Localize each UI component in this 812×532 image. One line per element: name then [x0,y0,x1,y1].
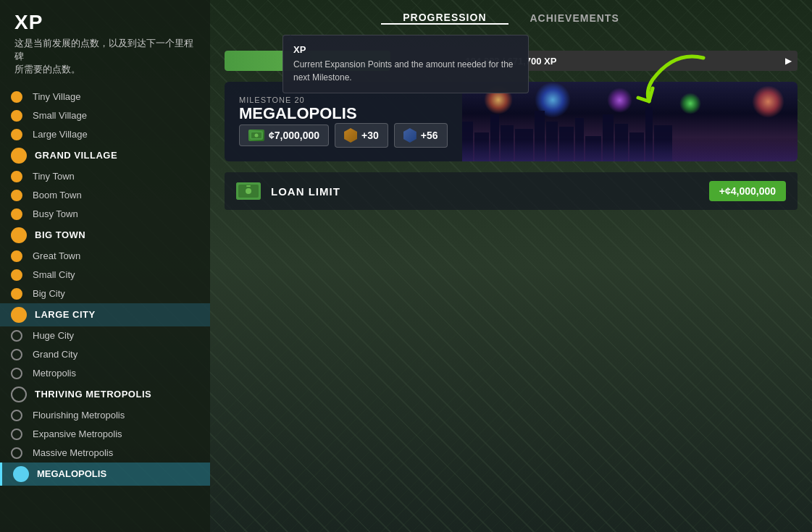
label-tiny-village: Tiny Village [33,91,80,102]
hex-blue-icon [403,128,417,143]
dot-expansive-metropolis [11,428,22,440]
dot-huge-city [11,330,22,342]
reward-cash-button[interactable]: ¢7,000,000 [239,124,329,146]
milestone-item-big-city[interactable]: Big City [0,284,210,303]
milestone-card-left: MILESTONE 20 MEGALOPOLIS ¢7,000,000 +30 [225,82,462,161]
milestone-item-small-city[interactable]: Small City [0,266,210,284]
milestone-item-large-village[interactable]: Large Village [0,125,210,144]
label-small-city: Small City [33,269,75,280]
tooltip-title: XP [293,44,518,55]
loan-limit-row: LOAN LIMIT +¢4,000,000 [225,172,798,210]
sidebar: XP 这是当前发展的点数，以及到达下一个里程碑 所需要的点数。 Tiny Vil… [0,0,210,532]
milestone-item-big-town[interactable]: BIG TOWN [0,224,210,247]
dot-megalopolis [13,466,29,482]
dot-large-village [11,129,22,140]
loan-value: +¢4,000,000 [709,181,786,201]
milestone-item-busy-town[interactable]: Busy Town [0,205,210,224]
tab-achievements[interactable]: ACHIEVEMENTS [508,12,641,24]
dot-grand-village [11,148,27,164]
milestone-item-grand-city[interactable]: Grand City [0,345,210,364]
dot-big-town [11,227,27,243]
xp-subtitle: 这是当前发展的点数，以及到达下一个里程碑 所需要的点数。 [14,37,196,77]
reward-xp2-value: +56 [421,130,438,141]
milestone-item-megalopolis[interactable]: MEGALOPOLIS [0,463,210,486]
top-nav: PROGRESSION ACHIEVEMENTS [210,0,812,36]
city-glow [462,140,798,161]
label-busy-town: Busy Town [33,208,78,219]
milestone-name: MEGALOPOLIS [239,104,448,123]
milestone-rewards: ¢7,000,000 +30 +56 [239,123,448,148]
label-grand-village: GRAND VILLAGE [35,150,117,161]
label-great-town: Great Town [33,250,80,261]
milestone-item-boom-town[interactable]: Boom Town [0,186,210,205]
label-thriving-metropolis: THRIVING METROPOLIS [35,389,151,400]
dot-boom-town [11,190,22,201]
loan-label: LOAN LIMIT [271,185,699,198]
label-metropolis: Metropolis [33,368,76,379]
xp-title: XP [14,11,196,34]
milestone-item-tiny-town[interactable]: Tiny Town [0,167,210,186]
label-boom-town: Boom Town [33,190,82,200]
svg-point-5 [246,188,251,194]
dot-tiny-town [11,171,22,182]
label-big-city: Big City [33,288,65,299]
milestone-item-metropolis[interactable]: Metropolis [0,364,210,383]
label-huge-city: Huge City [33,330,74,341]
dot-thriving-metropolis [11,387,27,402]
dot-tiny-village [11,91,22,103]
progress-arrow-icon: ▶ [785,56,792,66]
label-large-village: Large Village [33,129,88,140]
milestone-list: Tiny Village Small Village Large Village… [0,84,210,489]
tab-progression[interactable]: PROGRESSION [381,12,508,25]
label-expansive-metropolis: Expansive Metropolis [33,428,122,439]
dot-small-village [11,110,22,122]
dot-great-town [11,250,22,262]
reward-cash-value: ¢7,000,000 [269,130,319,141]
reward-xp2-button[interactable]: +56 [394,123,448,148]
dot-massive-metropolis [11,447,22,459]
label-large-city: LARGE CITY [35,309,96,320]
milestone-item-huge-city[interactable]: Huge City [0,326,210,345]
label-grand-city: Grand City [33,349,78,360]
xp-header[interactable]: XP 这是当前发展的点数，以及到达下一个里程碑 所需要的点数。 [0,0,210,84]
label-tiny-town: Tiny Town [33,171,75,182]
milestone-item-great-town[interactable]: Great Town [0,247,210,266]
tooltip-body: Current Expansion Points and the amount … [293,58,518,84]
dot-busy-town [11,208,22,220]
milestone-item-thriving-metropolis[interactable]: THRIVING METROPOLIS [0,383,210,406]
milestone-item-flourishing-metropolis[interactable]: Flourishing Metropolis [0,406,210,425]
milestone-item-small-village[interactable]: Small Village [0,106,210,125]
firework-5 [752,85,784,118]
milestone-item-expansive-metropolis[interactable]: Expansive Metropolis [0,425,210,444]
reward-xp1-value: +30 [361,130,379,141]
loan-icon [236,182,261,200]
cash-icon [248,130,264,141]
label-big-town: BIG TOWN [35,229,85,240]
dot-grand-city [11,349,22,360]
label-flourishing-metropolis: Flourishing Metropolis [33,410,125,421]
milestone-number: MILESTONE 20 [239,96,448,104]
dot-large-city [11,307,27,323]
svg-rect-6 [246,185,251,187]
label-massive-metropolis: Massive Metropolis [33,447,113,458]
reward-xp1-button[interactable]: +30 [335,123,388,148]
hex-gold-icon [344,128,357,143]
dot-metropolis [11,368,22,379]
milestone-item-massive-metropolis[interactable]: Massive Metropolis [0,444,210,463]
label-small-village: Small Village [33,110,87,121]
label-megalopolis: MEGALOPOLIS [37,468,106,479]
svg-point-2 [255,134,259,138]
milestone-item-large-city[interactable]: LARGE CITY [0,303,210,326]
arrow-annotation [609,43,718,130]
dot-small-city [11,269,22,281]
dot-flourishing-metropolis [11,410,22,421]
tooltip-arrow-pointer [286,35,295,41]
milestone-item-tiny-village[interactable]: Tiny Village [0,88,210,106]
milestone-item-grand-village[interactable]: GRAND VILLAGE [0,144,210,167]
dot-big-city [11,288,22,300]
xp-tooltip-box: XP Current Expansion Points and the amou… [282,35,529,93]
main-content: 194,283 / 671,700 XP ▶ MILESTONE 20 MEGA… [210,36,812,532]
